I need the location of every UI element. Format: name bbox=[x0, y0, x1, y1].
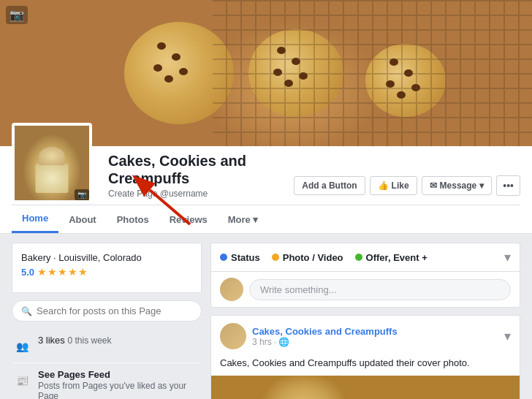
globe-icon: 🌐 bbox=[278, 337, 289, 347]
feed-post-header: Cakes, Cookies and Creampuffs 3 hrs · 🌐 … bbox=[211, 316, 520, 357]
post-input-area: Write something... bbox=[211, 272, 520, 307]
post-text-input[interactable]: Write something... bbox=[249, 279, 511, 300]
profile-pic-wrapper: 📷 bbox=[12, 159, 99, 203]
sidebar-pages-feed-item[interactable]: 📰 See Pages Feed Posts from Pages you've… bbox=[12, 363, 202, 399]
pages-feed-icon: 📰 bbox=[12, 370, 32, 391]
chevron-down-icon: ▾ bbox=[479, 180, 484, 191]
feed-post-info: Cakes, Cookies and Creampuffs 3 hrs · 🌐 bbox=[252, 326, 498, 347]
feed-post-meta: 3 hrs · 🌐 bbox=[252, 337, 498, 347]
message-icon: ✉ bbox=[430, 180, 437, 191]
camera-icon-cover[interactable]: 📷 bbox=[6, 6, 28, 24]
status-label: Status bbox=[231, 252, 260, 263]
post-tab-offer[interactable]: Offer, Event + bbox=[355, 252, 428, 263]
sidebar-likes-item: 👥 3 likes 0 this week bbox=[12, 329, 202, 363]
pages-feed-title: See Pages Feed bbox=[38, 369, 202, 380]
post-placeholder: Write something... bbox=[260, 284, 337, 295]
post-more-icon[interactable]: ▾ bbox=[504, 328, 511, 344]
offer-dot bbox=[355, 254, 362, 261]
privacy-icon: · bbox=[274, 337, 276, 347]
rack-overlay bbox=[213, 0, 532, 146]
profile-section: 📷 Cakes, Cookies and Creampuffs Create P… bbox=[0, 146, 532, 234]
pages-feed-sub: Posts from Pages you've liked as your Pa… bbox=[38, 381, 202, 399]
likes-text: 3 likes 0 this week bbox=[38, 335, 202, 346]
action-buttons: Add a Button 👍 Like ✉ Message ▾ ••• bbox=[294, 175, 520, 203]
post-tab-photo[interactable]: Photo / Video bbox=[272, 252, 343, 263]
more-dots-button[interactable]: ••• bbox=[496, 175, 520, 196]
feed-post-image bbox=[211, 376, 520, 399]
main-content: Bakery · Louisville, Colorado 5.0 ★★★★★ … bbox=[0, 234, 532, 399]
post-box-tabs: Status Photo / Video Offer, Event + ▾ bbox=[211, 243, 520, 272]
rating-number: 5.0 bbox=[21, 267, 34, 278]
feed-post-text: Cakes, Cookies and Creampuffs updated th… bbox=[211, 357, 520, 376]
star-rating: 5.0 ★★★★★ bbox=[21, 266, 192, 278]
bakery-info-card: Bakery · Louisville, Colorado 5.0 ★★★★★ bbox=[12, 243, 202, 293]
feed-image-cookies bbox=[211, 376, 520, 399]
likes-count: 3 likes 0 this week bbox=[38, 335, 202, 346]
left-sidebar: Bakery · Louisville, Colorado 5.0 ★★★★★ … bbox=[12, 243, 202, 399]
thumbs-up-icon: 👍 bbox=[378, 180, 389, 191]
photo-label: Photo / Video bbox=[283, 252, 343, 263]
post-time: 3 hrs bbox=[252, 337, 272, 347]
like-label: Like bbox=[392, 180, 409, 191]
nav-tabs: Home About Photos Reviews More ▾ bbox=[12, 205, 520, 233]
status-dot bbox=[220, 254, 227, 261]
pages-feed-text: See Pages Feed Posts from Pages you've l… bbox=[38, 369, 202, 399]
bakery-type: Bakery · Louisville, Colorado bbox=[21, 252, 192, 263]
feed-post-name[interactable]: Cakes, Cookies and Creampuffs bbox=[252, 326, 498, 337]
stars-display: ★★★★★ bbox=[37, 266, 88, 278]
svg-line-1 bbox=[150, 190, 190, 224]
camera-icon-profile[interactable]: 📷 bbox=[75, 189, 89, 200]
message-label: Message bbox=[440, 180, 477, 191]
tab-more[interactable]: More ▾ bbox=[218, 207, 269, 232]
likes-icon: 👥 bbox=[12, 336, 32, 357]
feed-post: Cakes, Cookies and Creampuffs 3 hrs · 🌐 … bbox=[210, 315, 520, 399]
post-options-icon[interactable]: ▾ bbox=[504, 249, 511, 265]
post-avatar bbox=[220, 278, 243, 301]
search-box[interactable]: 🔍 bbox=[12, 300, 202, 322]
right-content: Status Photo / Video Offer, Event + ▾ Wr… bbox=[210, 243, 520, 399]
post-box: Status Photo / Video Offer, Event + ▾ Wr… bbox=[210, 243, 520, 308]
page-name-area: Cakes, Cookies and Creampuffs Create Pag… bbox=[99, 146, 294, 203]
tab-about[interactable]: About bbox=[58, 207, 107, 232]
like-button[interactable]: 👍 Like bbox=[370, 176, 417, 195]
search-input[interactable] bbox=[37, 305, 192, 316]
tab-home[interactable]: Home bbox=[12, 205, 58, 233]
offer-label: Offer, Event + bbox=[366, 252, 428, 263]
page-name: Cakes, Cookies and Creampuffs bbox=[108, 152, 285, 187]
photo-dot bbox=[272, 254, 279, 261]
post-tab-status[interactable]: Status bbox=[220, 252, 260, 263]
annotation-arrow bbox=[135, 184, 194, 230]
message-button[interactable]: ✉ Message ▾ bbox=[422, 176, 493, 195]
add-button[interactable]: Add a Button bbox=[294, 176, 365, 195]
feed-post-avatar bbox=[220, 323, 246, 349]
search-icon: 🔍 bbox=[21, 306, 32, 316]
